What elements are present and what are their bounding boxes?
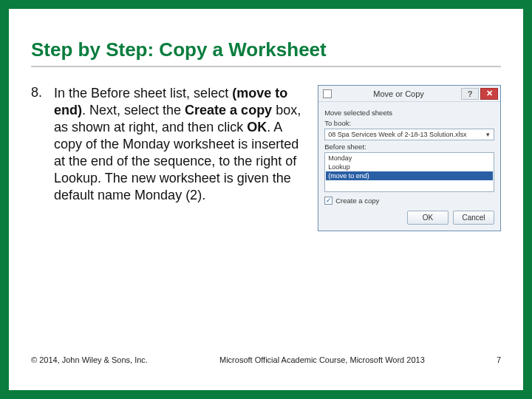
step-text: In the Before sheet list, select (move t… <box>54 85 307 355</box>
create-copy-label: Create a copy <box>335 197 379 205</box>
list-item[interactable]: Monday <box>326 154 493 163</box>
before-sheet-label: Before sheet: <box>324 143 494 151</box>
create-copy-row: ✓ Create a copy <box>324 197 494 205</box>
t0: In the Before sheet list, select <box>54 86 232 100</box>
footer-page-number: 7 <box>497 355 501 364</box>
dialog-titlebar: Move or Copy ? ✕ <box>318 86 500 102</box>
t3: Create a copy <box>185 103 276 117</box>
dialog-title: Move or Copy <box>336 89 461 98</box>
cancel-button[interactable]: Cancel <box>453 211 494 225</box>
dialog-body: Move selected sheets To book: 08 Spa Ser… <box>318 102 500 231</box>
footer: © 2014, John Wiley & Sons, Inc. Microsof… <box>31 355 501 364</box>
to-book-value: 08 Spa Services Week of 2-18-13 Solution… <box>328 131 466 138</box>
list-item[interactable]: Lookup <box>326 163 493 171</box>
step: 8. In the Before sheet list, select (mov… <box>31 85 307 355</box>
dialog-buttons: OK Cancel <box>324 211 494 225</box>
before-sheet-list[interactable]: Monday Lookup (move to end) <box>324 152 494 192</box>
create-copy-checkbox[interactable]: ✓ <box>324 197 332 205</box>
close-button[interactable]: ✕ <box>480 88 498 100</box>
footer-course: Microsoft Official Academic Course, Micr… <box>148 355 497 364</box>
ok-button[interactable]: OK <box>407 211 449 225</box>
step-number: 8. <box>31 85 54 355</box>
help-button[interactable]: ? <box>461 88 479 100</box>
chevron-down-icon: ▾ <box>482 130 493 139</box>
move-selected-label: Move selected sheets <box>324 109 494 117</box>
t5: OK <box>247 120 267 134</box>
t2: . Next, select the <box>82 103 185 117</box>
content-row: 8. In the Before sheet list, select (mov… <box>31 85 501 355</box>
list-item-selected[interactable]: (move to end) <box>326 171 493 180</box>
dialog-icon <box>323 89 332 98</box>
footer-copyright: © 2014, John Wiley & Sons, Inc. <box>31 355 148 364</box>
slide-title: Step by Step: Copy a Worksheet <box>31 38 501 67</box>
to-book-label: To book: <box>324 119 494 127</box>
to-book-combo[interactable]: 08 Spa Services Week of 2-18-13 Solution… <box>324 129 494 140</box>
slide: Step by Step: Copy a Worksheet 8. In the… <box>9 9 523 390</box>
dialog-screenshot: Move or Copy ? ✕ Move selected sheets To… <box>318 85 501 355</box>
move-or-copy-dialog: Move or Copy ? ✕ Move selected sheets To… <box>318 85 501 231</box>
